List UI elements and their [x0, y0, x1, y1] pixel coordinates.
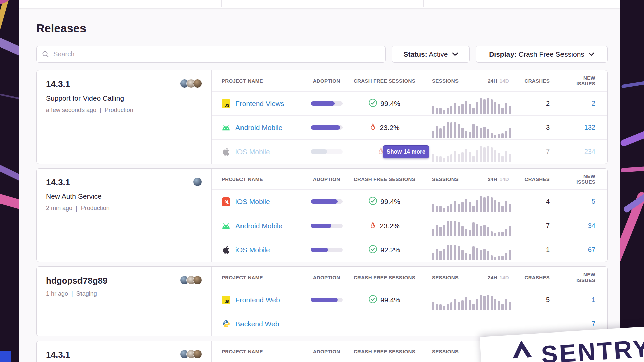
avatar-group [180, 79, 202, 88]
table-header-row: PROJECT NAMEADOPTIONCRASH FREE SESSIONSS… [212, 267, 607, 288]
new-issues-link[interactable]: 234 [564, 148, 607, 156]
release-meta: 1 hr ago|Staging [46, 290, 202, 297]
screenshot-stage: Releases Status: Active Display: Crash F… [0, 0, 644, 362]
chalk-art [620, 126, 644, 147]
status-filter-label: Status: [403, 50, 427, 58]
project-link[interactable]: Frontend Views [235, 100, 284, 108]
sessions-cell [420, 240, 524, 260]
project-link[interactable]: Android Mobile [235, 124, 282, 132]
crash-free-good-icon [368, 196, 377, 207]
crash-free-value: 92.2% [380, 246, 400, 254]
project-table: PROJECT NAMEADOPTIONCRASH FREE SESSIONSS… [212, 267, 607, 336]
sessions-histogram [432, 245, 511, 260]
status-filter-button[interactable]: Status: Active [392, 46, 470, 63]
release-list: 14.3.1Support for Video Callinga few sec… [36, 70, 608, 362]
col-sessions-label: SESSIONS [432, 275, 459, 280]
range-24h-toggle[interactable]: 24H [488, 176, 497, 182]
chart-range-toggle: 24H14D [488, 176, 509, 182]
col-adoption: ADOPTION [304, 275, 349, 280]
search-input[interactable] [53, 50, 380, 58]
javascript-icon: JS [222, 99, 230, 108]
new-issues-link[interactable]: 7 [564, 320, 607, 328]
release-time: 1 hr ago [46, 290, 68, 297]
crash-free-value: 99.4% [380, 198, 400, 206]
android-icon [222, 123, 230, 132]
chevron-down-icon [588, 52, 594, 56]
project-link[interactable]: iOS Mobile [235, 198, 270, 206]
project-link[interactable]: Frontend Web [235, 296, 280, 304]
table-header-row: PROJECT NAMEADOPTIONCRASH FREE SESSIONSS… [212, 70, 607, 91]
adoption-bar [311, 224, 343, 228]
project-link[interactable]: Android Mobile [235, 222, 282, 230]
adoption-cell [304, 101, 349, 106]
adoption-cell [304, 298, 349, 302]
crash-free-good-icon [368, 295, 377, 305]
new-issues-link[interactable]: 1 [564, 296, 607, 304]
range-14d-toggle[interactable]: 14D [500, 176, 509, 182]
project-link[interactable]: iOS Mobile [235, 148, 270, 156]
col-project-name: PROJECT NAME [212, 275, 304, 280]
col-sessions-label: SESSIONS [432, 78, 459, 84]
project-cell: JSFrontend Web [212, 296, 304, 304]
tab-separator [423, 0, 424, 7]
sessions-cell [420, 192, 524, 212]
project-row: JSFrontend Views99.4%22 [212, 91, 607, 115]
adoption-empty: - [304, 320, 349, 328]
status-filter-value: Active [429, 50, 448, 58]
range-24h-toggle[interactable]: 24H [488, 78, 497, 84]
show-more-button[interactable]: Show 14 more [383, 145, 429, 158]
crash-free-cell: 92.2% [349, 245, 420, 255]
col-adoption: ADOPTION [304, 349, 349, 354]
release-card: 14.3.1New Auth Service2 min ago|Producti… [36, 168, 608, 262]
sessions-cell: - [420, 320, 524, 328]
project-row: Backend Web----7 [212, 312, 607, 336]
sessions-cell [420, 118, 524, 138]
release-version[interactable]: 14.3.1 [46, 177, 70, 188]
project-link[interactable]: Backend Web [235, 320, 279, 328]
range-24h-toggle[interactable]: 24H [488, 275, 497, 280]
android-icon [222, 222, 230, 230]
adoption-bar [311, 199, 343, 204]
tab-separator [221, 0, 222, 7]
search-box[interactable] [36, 46, 386, 63]
new-issues-link[interactable]: 67 [564, 246, 607, 254]
col-project-name: PROJECT NAME [212, 176, 304, 182]
releases-page: Releases Status: Active Display: Crash F… [19, 8, 620, 362]
release-meta: 2 min ago|Production [46, 205, 202, 212]
project-row: JSFrontend Web99.4%51 [212, 288, 607, 312]
new-issues-link[interactable]: 34 [564, 222, 607, 230]
crash-free-value: 23.2% [380, 124, 400, 132]
project-table: PROJECT NAMEADOPTIONCRASH FREE SESSIONSS… [212, 169, 607, 262]
new-issues-link[interactable]: 5 [564, 198, 607, 205]
display-filter-value: Crash Free Sessions [519, 50, 584, 58]
swift-icon [222, 197, 230, 206]
project-cell: Backend Web [212, 320, 304, 328]
range-14d-toggle[interactable]: 14D [500, 78, 509, 84]
display-filter-button[interactable]: Display: Crash Free Sessions [476, 46, 608, 63]
crash-free-value: 23.2% [380, 222, 400, 230]
crash-free-cell: 23.2% [349, 221, 420, 231]
release-version[interactable]: hdgopsd78g89 [46, 276, 107, 286]
new-issues-link[interactable]: 132 [564, 124, 607, 131]
sessions-histogram [432, 146, 511, 162]
crashes-count: 7 [524, 222, 564, 230]
project-link[interactable]: iOS Mobile [235, 246, 270, 254]
release-card: 14.3.1Support for Video Callinga few sec… [36, 70, 608, 164]
col-crash-free-sessions: CRASH FREE SESSIONS [349, 176, 420, 182]
new-issues-link[interactable]: 2 [564, 100, 607, 107]
avatar [193, 177, 202, 186]
adoption-bar [311, 125, 343, 130]
range-14d-toggle[interactable]: 14D [500, 275, 509, 280]
col-crashes: CRASHES [524, 275, 564, 280]
release-time: a few seconds ago [46, 107, 96, 114]
corner-accent [0, 351, 11, 362]
crash-free-bad-icon [369, 221, 377, 231]
page-title: Releases [36, 21, 608, 36]
release-version[interactable]: 14.3.1 [46, 350, 70, 360]
apple-icon [222, 246, 230, 254]
release-time: 2 min ago [46, 205, 72, 212]
sessions-empty: - [420, 320, 524, 328]
meta-separator: | [100, 107, 101, 114]
col-adoption: ADOPTION [304, 78, 349, 84]
release-version[interactable]: 14.3.1 [46, 79, 70, 89]
